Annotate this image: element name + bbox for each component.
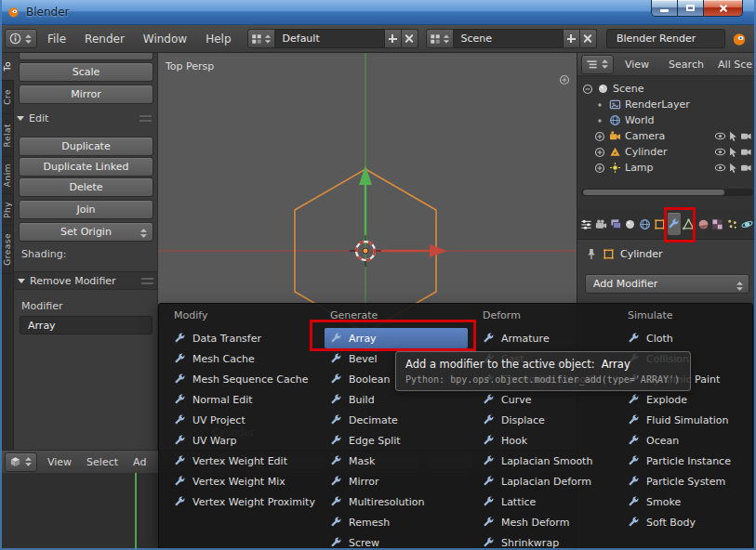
properties-editor-type-button[interactable]: [580, 213, 593, 235]
outliner-scrollbar[interactable]: [581, 189, 753, 196]
modifier-item-mirror[interactable]: Mirror: [325, 471, 468, 491]
outliner-menu-view[interactable]: View: [617, 56, 657, 73]
outliner-item-camera[interactable]: Camera: [577, 128, 756, 144]
menu-file[interactable]: File: [39, 30, 74, 48]
viewport-menu-select[interactable]: Select: [80, 454, 125, 470]
selectable-icon[interactable]: [727, 130, 739, 142]
visibility-icon[interactable]: [714, 130, 726, 142]
tab-render-layers[interactable]: [609, 213, 622, 235]
scrollbar-thumb[interactable]: [583, 190, 724, 195]
tab-to[interactable]: To: [0, 53, 14, 81]
menu-window[interactable]: Window: [135, 30, 195, 48]
screen-add-button[interactable]: [385, 29, 402, 48]
modifier-item-vertex-weight-mix[interactable]: Vertex Weight Mix: [168, 471, 321, 491]
modifier-item-vertex-weight-edit[interactable]: Vertex Weight Edit: [168, 451, 321, 471]
renderable-icon[interactable]: [740, 146, 752, 158]
outliner-item-lamp[interactable]: Lamp: [577, 160, 756, 176]
tab-anim[interactable]: Anim: [0, 157, 14, 194]
expand-icon[interactable]: [593, 146, 605, 158]
modifier-item-mask[interactable]: Mask: [325, 451, 468, 471]
modifier-item-ocean[interactable]: Ocean: [622, 430, 747, 451]
modifier-enum-field[interactable]: Array: [20, 316, 153, 334]
current-frame-marker[interactable]: [135, 473, 137, 550]
tab-phy[interactable]: Phy: [0, 194, 14, 226]
bullet-icon[interactable]: [593, 98, 605, 111]
modifier-item-soft-body[interactable]: Soft Body: [622, 512, 747, 532]
duplicate-button[interactable]: Duplicate: [19, 137, 153, 156]
modifier-item-mesh-cache[interactable]: Mesh Cache: [168, 348, 321, 369]
screen-layout-field[interactable]: Default: [275, 29, 385, 48]
tab-scene[interactable]: [624, 213, 637, 235]
render-engine-select[interactable]: Blender Render: [606, 29, 725, 48]
menu-help[interactable]: Help: [197, 30, 239, 48]
menu-render[interactable]: Render: [76, 30, 133, 48]
modifier-item-particle-instance[interactable]: Particle Instance: [622, 451, 747, 471]
join-button[interactable]: Join: [19, 200, 153, 219]
modifier-item-uv-warp[interactable]: UV Warp: [168, 430, 321, 451]
modifier-item-hook[interactable]: Hook: [477, 430, 615, 451]
renderable-icon[interactable]: [740, 130, 752, 142]
expand-icon[interactable]: [593, 130, 605, 142]
set-origin-button[interactable]: Set Origin: [19, 222, 153, 242]
outliner-item-renderlayer[interactable]: RenderLayer: [577, 97, 756, 112]
renderable-icon[interactable]: [740, 162, 752, 174]
add-modifier-button[interactable]: Add Modifier: [585, 274, 749, 294]
modifier-item-data-transfer[interactable]: Data Transfer: [168, 328, 321, 348]
mirror-button[interactable]: Mirror: [19, 85, 153, 104]
close-button[interactable]: [704, 0, 743, 17]
region-toggle-icon[interactable]: [558, 73, 570, 85]
editor-type-button[interactable]: [5, 29, 37, 48]
redo-panel-header[interactable]: Remove Modifier: [14, 271, 158, 290]
screen-delete-button[interactable]: [402, 29, 418, 48]
outliner-item-cylinder[interactable]: Cylinder: [577, 144, 756, 160]
tab-grease[interactable]: Grease: [0, 226, 14, 274]
modifier-item-build[interactable]: Build: [325, 389, 468, 410]
tab-texture[interactable]: [711, 213, 724, 235]
modifier-item-mesh-sequence-cache[interactable]: Mesh Sequence Cache: [168, 369, 321, 389]
modifier-item-fluid-simulation[interactable]: Fluid Simulation: [622, 410, 747, 430]
tab-material[interactable]: [696, 213, 710, 235]
modifier-item-laplacian-deform[interactable]: Laplacian Deform: [477, 471, 615, 491]
tab-particles[interactable]: [726, 213, 739, 235]
tab-physics[interactable]: [740, 213, 753, 235]
outliner-scope-select[interactable]: All Sce: [718, 59, 752, 71]
modifier-item-lattice[interactable]: Lattice: [477, 491, 615, 512]
pin-icon[interactable]: [586, 248, 597, 260]
minimize-button[interactable]: [651, 0, 678, 17]
expand-icon[interactable]: [593, 162, 605, 174]
maximize-button[interactable]: [678, 0, 704, 17]
modifier-item-explode[interactable]: Explode: [622, 389, 747, 410]
modifier-item-vertex-weight-proximity[interactable]: Vertex Weight Proximity: [168, 491, 321, 512]
modifier-item-curve[interactable]: Curve: [477, 389, 615, 410]
scale-button[interactable]: Scale: [19, 62, 153, 82]
modifier-item-decimate[interactable]: Decimate: [325, 410, 468, 430]
viewport-editor-type-button[interactable]: [5, 452, 37, 472]
modifier-item-cloth[interactable]: Cloth: [622, 328, 747, 348]
tab-world[interactable]: [639, 213, 652, 235]
modifier-item-displace[interactable]: Displace: [477, 410, 615, 430]
modifier-item-remesh[interactable]: Remesh: [325, 512, 468, 532]
selectable-icon[interactable]: [727, 146, 739, 158]
outliner-item-world[interactable]: World: [577, 112, 756, 128]
outliner-item-scene[interactable]: Scene: [577, 81, 756, 97]
modifier-item-screw[interactable]: Screw: [325, 532, 468, 550]
scene-browse-button[interactable]: [426, 29, 454, 48]
modifier-item-multiresolution[interactable]: Multiresolution: [325, 491, 468, 512]
screen-browse-button[interactable]: [247, 29, 275, 48]
modifier-item-laplacian-smooth[interactable]: Laplacian Smooth: [477, 451, 615, 471]
modifier-item-shrinkwrap[interactable]: Shrinkwrap: [477, 532, 615, 550]
partial-button[interactable]: [19, 53, 153, 60]
viewport-menu-ad[interactable]: Ad: [126, 454, 153, 470]
modifier-item-smoke[interactable]: Smoke: [622, 491, 747, 512]
tab-render[interactable]: [595, 213, 608, 235]
modifier-item-edge-split[interactable]: Edge Split: [325, 430, 468, 451]
tab-relat[interactable]: Relat: [0, 114, 14, 157]
scene-field[interactable]: Scene: [454, 29, 564, 48]
edit-panel-header[interactable]: Edit: [17, 110, 156, 126]
modifier-item-particle-system[interactable]: Particle System: [622, 471, 747, 491]
duplicate-linked-button[interactable]: Duplicate Linked: [19, 157, 153, 177]
delete-button[interactable]: Delete: [19, 177, 153, 197]
bullet-icon[interactable]: [593, 114, 605, 126]
modifier-item-armature[interactable]: Armature: [477, 328, 615, 348]
modifier-item-uv-project[interactable]: UV Project: [168, 410, 321, 430]
